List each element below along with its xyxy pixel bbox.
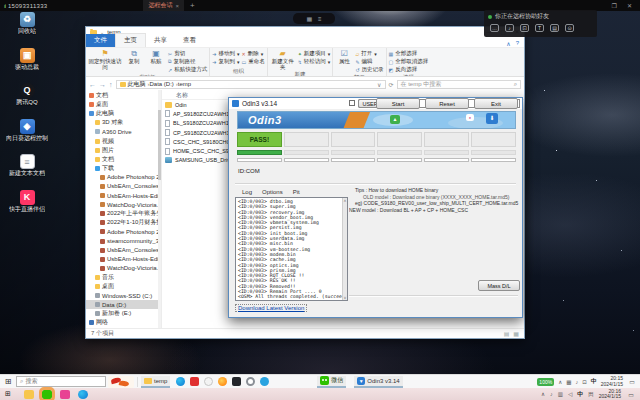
close-icon[interactable]: ✕ bbox=[627, 2, 632, 9]
odin-tab[interactable]: Options bbox=[257, 188, 288, 196]
app-light-icon[interactable] bbox=[204, 377, 213, 386]
nav-item[interactable]: 下载 bbox=[86, 164, 161, 173]
reset-button[interactable]: Reset bbox=[425, 98, 469, 109]
chat-icon[interactable]: … bbox=[490, 24, 499, 32]
nav-item[interactable]: Adobe Photoshop 2... bbox=[86, 227, 161, 236]
nav-item[interactable]: 网络 bbox=[86, 318, 161, 327]
scroll-up-icon[interactable]: ∧ bbox=[343, 198, 347, 203]
pin-quick-access-button[interactable]: ⚑ 固定到快速访问 bbox=[88, 49, 122, 70]
telegram-icon[interactable] bbox=[260, 377, 269, 386]
details-view-icon[interactable]: ▤ bbox=[504, 330, 510, 337]
odin-tab[interactable]: Pit bbox=[288, 188, 305, 196]
collapse-ribbon-icon[interactable]: ∧ bbox=[506, 40, 510, 47]
taskbar-window-odin[interactable]: ▼ Odin3 v3.14 bbox=[354, 376, 402, 388]
copy-path-button[interactable]: ⧉复制路径 bbox=[168, 58, 207, 65]
properties-button[interactable]: ☑ 属性 bbox=[335, 49, 353, 64]
mic-tray-icon[interactable]: ♪ bbox=[550, 391, 553, 397]
forward-icon[interactable]: → bbox=[99, 81, 106, 88]
up-icon[interactable]: ↑ bbox=[109, 81, 113, 88]
breadcrumb[interactable]: 此电脑Data (D:)temp ∨ bbox=[116, 80, 386, 89]
app-dark-icon[interactable] bbox=[232, 377, 241, 386]
session-toolbar-pill[interactable]: ▦ ≡ bbox=[293, 13, 335, 24]
explorer-taskbar-icon[interactable] bbox=[24, 390, 34, 399]
nav-item[interactable]: 文档 bbox=[86, 91, 161, 100]
text-icon[interactable]: T bbox=[535, 24, 544, 32]
notification-center-icon[interactable]: ▭ bbox=[627, 378, 637, 385]
usb-tray-icon[interactable]: ⊡ bbox=[582, 379, 587, 385]
taskbar-window-explorer[interactable]: temp bbox=[141, 376, 170, 388]
new-folder-button[interactable]: ▰ 新建文件夹 bbox=[270, 49, 296, 70]
ime-grid-icon[interactable]: 田 bbox=[588, 391, 594, 398]
start-button[interactable]: Start bbox=[376, 98, 420, 109]
breadcrumb-item[interactable]: temp bbox=[178, 81, 193, 87]
firefox-icon[interactable] bbox=[218, 377, 227, 386]
news-widget-icon[interactable] bbox=[108, 376, 134, 388]
back-icon[interactable]: ← bbox=[89, 81, 96, 88]
new-item-button[interactable]: ✦新建项目▾ bbox=[298, 50, 331, 57]
chevron-up-icon[interactable]: ∧ bbox=[558, 379, 562, 385]
nav-item[interactable]: 桌面 bbox=[86, 100, 161, 109]
mic-icon[interactable]: ♪ bbox=[505, 24, 514, 32]
exit-button[interactable]: Exit bbox=[474, 98, 518, 109]
wechat-taskbar-icon[interactable] bbox=[42, 390, 52, 399]
start-button[interactable]: ⊞ bbox=[0, 390, 16, 398]
nav-item[interactable]: UsbEAm-Hosts-Edi... bbox=[86, 191, 161, 200]
open-button[interactable]: ▱打开▾ bbox=[355, 50, 383, 57]
session-tab[interactable]: 远程会话 × bbox=[143, 0, 184, 11]
nav-item[interactable]: UsbEAm-Hosts-Edi... bbox=[86, 255, 161, 264]
nav-item[interactable]: 此电脑 bbox=[86, 109, 161, 118]
nav-item[interactable]: 文档 bbox=[86, 155, 161, 164]
power-icon[interactable]: ⊙ bbox=[565, 24, 574, 32]
nav-item[interactable]: 音乐 bbox=[86, 273, 161, 282]
restore-icon[interactable]: ❐ bbox=[612, 2, 617, 9]
paste-button[interactable]: ▣ 粘贴 bbox=[146, 49, 166, 64]
nav-item[interactable]: UsbEAm_Consoles_... bbox=[86, 182, 161, 191]
camera-icon[interactable]: ⊡ bbox=[520, 24, 529, 32]
easy-access-button[interactable]: ↯轻松访问▾ bbox=[298, 58, 331, 65]
delete-button[interactable]: ✕删除▾ bbox=[241, 50, 264, 57]
thumbnails-view-icon[interactable]: ▦ bbox=[513, 330, 519, 337]
address-dropdown-icon[interactable]: ∨ bbox=[377, 81, 381, 88]
desktop-icon[interactable]: Q 腾讯QQ bbox=[4, 83, 50, 106]
edit-button[interactable]: ✎编辑 bbox=[355, 58, 383, 65]
nav-item[interactable]: UsbEAm_Consoles_... bbox=[86, 246, 161, 255]
cut-button[interactable]: ✂剪切 bbox=[168, 50, 207, 57]
nav-item[interactable]: 2022年1-10月财务报... bbox=[86, 218, 161, 227]
app-red-icon[interactable] bbox=[190, 377, 199, 386]
desktop-icon[interactable]: ♻ 回收站 bbox=[4, 12, 50, 35]
odin-tab[interactable]: Log bbox=[237, 188, 257, 196]
scroll-down-icon[interactable]: ∨ bbox=[343, 295, 347, 300]
nav-item[interactable]: 桌面 bbox=[86, 282, 161, 291]
tab-file[interactable]: 文件 bbox=[86, 34, 115, 47]
app-ring-icon[interactable] bbox=[246, 377, 255, 386]
nav-item[interactable]: WatchDog-Victoria... bbox=[86, 200, 161, 209]
desktop-icon[interactable]: ≡ 新建文本文档 bbox=[4, 154, 50, 177]
ime-indicator[interactable]: 中 bbox=[577, 390, 583, 399]
edge-taskbar-icon[interactable] bbox=[78, 390, 88, 399]
tab-share[interactable]: 共享 bbox=[146, 34, 175, 47]
tab-close-icon[interactable]: × bbox=[175, 3, 179, 9]
nav-item[interactable]: Data (D:) bbox=[86, 300, 161, 309]
nav-item[interactable]: Adobe Photoshop 2... bbox=[86, 173, 161, 182]
copy-button[interactable]: ⧉ 复制 bbox=[124, 49, 144, 64]
search-input[interactable]: 在 temp 中搜索 ⌕ bbox=[397, 80, 521, 89]
select-none-button[interactable]: ▢全部取消选择 bbox=[389, 58, 429, 65]
desktop-icon[interactable]: K 快手直播伴侣 bbox=[4, 190, 50, 213]
help-icon[interactable]: ? bbox=[516, 40, 519, 47]
tab-home[interactable]: 主页 bbox=[115, 33, 146, 47]
invert-selection-button[interactable]: ◩反向选择 bbox=[389, 66, 429, 73]
refresh-icon[interactable]: ⟳ bbox=[389, 81, 394, 88]
history-button[interactable]: ↺历史记录 bbox=[355, 66, 383, 73]
keyboard-tray-icon[interactable]: ▥ bbox=[558, 391, 563, 397]
nav-item[interactable]: 图片 bbox=[86, 146, 161, 155]
desktop-icon[interactable]: ◈ 向日葵远程控制 bbox=[4, 119, 50, 142]
select-all-button[interactable]: ▦全部选择 bbox=[389, 50, 429, 57]
breadcrumb-item[interactable]: Data (D:) bbox=[150, 81, 178, 87]
desktop-icon[interactable]: ▣ 驱动总裁 bbox=[4, 48, 50, 71]
nav-item[interactable]: 视频 bbox=[86, 136, 161, 145]
battery-indicator[interactable]: 100% bbox=[537, 378, 554, 386]
nav-item[interactable]: WatchDog-Victoria... bbox=[86, 264, 161, 273]
breadcrumb-item[interactable]: 此电脑 bbox=[128, 81, 150, 87]
download-latest-link[interactable]: Download Latest Version bbox=[235, 304, 307, 312]
move-to-button[interactable]: ➜移动到▾ bbox=[212, 50, 239, 57]
